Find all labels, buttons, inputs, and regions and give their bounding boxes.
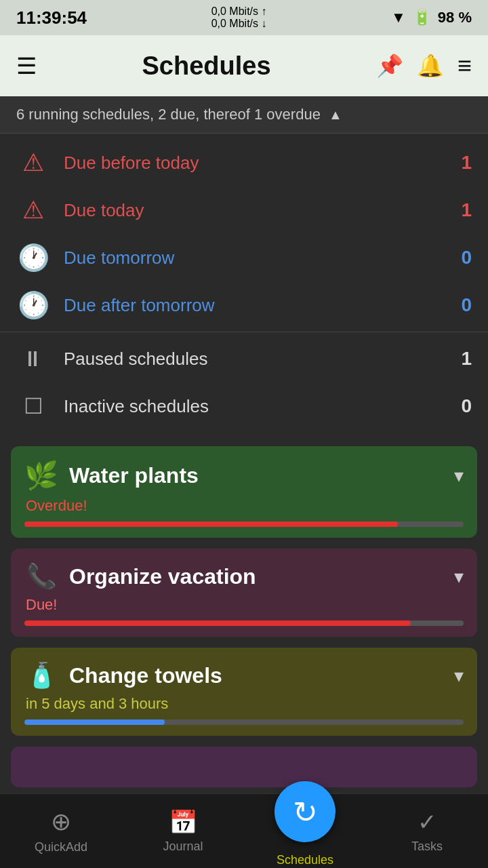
clock-icon-1: 🕐 [16,241,50,275]
battery-icon: 🔋 [413,9,431,26]
progress-fill-water-plants [24,521,398,527]
card-icon-water-plants: 🌿 [24,460,58,492]
progress-fill-organize-vacation [24,620,411,626]
divider-1 [0,332,488,332]
stat-label-inactive: Inactive schedules [64,396,431,417]
stat-label-paused: Paused schedules [64,349,431,370]
status-right: ▼ 🔋 98 % [391,9,472,26]
cards-section: 🌿 Water plants ▾ Overdue! 📞 Organize vac… [0,435,488,798]
app-bar: ☰ Schedules 📌 🔔 ≡ [0,35,488,96]
square-icon: ☐ [16,389,50,423]
sort-icon[interactable]: ≡ [458,52,472,80]
page-title: Schedules [50,52,363,81]
card-header-water-plants: 🌿 Water plants ▾ [24,460,464,492]
wifi-icon: ▼ [391,9,406,26]
card-water-plants[interactable]: 🌿 Water plants ▾ Overdue! [11,446,477,538]
nav-label-journal: Journal [163,840,203,854]
card-icon-organize-vacation: 📞 [24,562,58,591]
network-info: 0,0 Mbit/s ↑ 0,0 Mbit/s ↓ [211,5,267,30]
stat-label-due-before-today: Due before today [64,153,431,174]
nav-tasks[interactable]: ✓ Tasks [366,808,488,854]
stat-due-after-tomorrow[interactable]: 🕐 Due after tomorrow 0 [0,281,488,329]
chevron-down-icon-3: ▾ [454,665,464,687]
nav-journal[interactable]: 📅 Journal [122,808,244,854]
stat-count-due-before-today: 1 [445,152,472,174]
nav-label-tasks: Tasks [411,840,443,854]
warning-icon-1: ⚠ [16,146,50,180]
stat-label-due-after-tomorrow: Due after tomorrow [64,295,431,316]
pin-icon[interactable]: 📌 [376,53,403,79]
stat-count-due-after-tomorrow: 0 [445,294,472,316]
card-icon-change-towels: 🧴 [24,661,58,690]
stats-section: ⚠ Due before today 1 ⚠ Due today 1 🕐 Due… [0,134,488,435]
card-title-organize-vacation: Organize vacation [69,564,443,589]
stat-due-today[interactable]: ⚠ Due today 1 [0,186,488,234]
fab-schedules[interactable]: ↻ [274,781,336,842]
menu-icon[interactable]: ☰ [16,52,37,79]
card-title-change-towels: Change towels [69,663,443,688]
progress-track-organize-vacation [24,620,464,626]
quick-add-icon: ⊕ [51,808,71,836]
chevron-down-icon-1: ▾ [454,465,464,487]
nav-label-schedules: Schedules [277,853,333,867]
stat-label-due-tomorrow: Due tomorrow [64,248,431,269]
journal-icon: 📅 [169,808,197,835]
card-status-water-plants: Overdue! [24,497,464,515]
clock-icon-2: 🕐 [16,288,50,322]
bottom-nav: ⊕ QuickAdd 📅 Journal ↻ Schedules ✓ Tasks [0,793,488,868]
progress-track-water-plants [24,521,464,527]
stat-due-tomorrow[interactable]: 🕐 Due tomorrow 0 [0,234,488,281]
bell-icon[interactable]: 🔔 [417,53,444,79]
stat-count-due-today: 1 [445,199,472,221]
stat-count-paused: 1 [445,348,472,370]
stat-paused-schedules[interactable]: ⏸ Paused schedules 1 [0,335,488,382]
chevron-down-icon-2: ▾ [454,566,464,588]
pause-icon: ⏸ [16,342,50,376]
card-change-towels[interactable]: 🧴 Change towels ▾ in 5 days and 3 hours [11,648,477,736]
card-status-organize-vacation: Due! [24,596,464,614]
nav-label-quick-add: QuickAdd [35,840,87,854]
summary-arrow: ▲ [329,107,342,123]
stat-inactive-schedules[interactable]: ☐ Inactive schedules 0 [0,382,488,430]
nav-schedules-fab[interactable]: ↻ Schedules [244,795,366,867]
card-header-change-towels: 🧴 Change towels ▾ [24,661,464,690]
card-partial-bottom[interactable] [11,747,477,787]
tasks-icon: ✓ [418,808,436,835]
stat-count-inactive: 0 [445,395,472,417]
summary-bar[interactable]: 6 running schedules, 2 due, thereof 1 ov… [0,96,488,134]
card-status-change-towels: in 5 days and 3 hours [24,695,464,713]
stat-label-due-today: Due today [64,200,431,221]
summary-text: 6 running schedules, 2 due, thereof 1 ov… [16,106,321,123]
battery-percent: 98 % [438,9,472,26]
progress-track-change-towels [24,719,464,725]
stat-due-before-today[interactable]: ⚠ Due before today 1 [0,139,488,186]
status-bar: 11:39:54 0,0 Mbit/s ↑ 0,0 Mbit/s ↓ ▼ 🔋 9… [0,0,488,35]
card-organize-vacation[interactable]: 📞 Organize vacation ▾ Due! [11,549,477,637]
card-title-water-plants: Water plants [69,463,443,488]
progress-fill-change-towels [24,719,165,725]
stat-count-due-tomorrow: 0 [445,247,472,269]
status-time: 11:39:54 [16,7,87,28]
fab-icon: ↻ [293,795,318,829]
card-header-organize-vacation: 📞 Organize vacation ▾ [24,562,464,591]
nav-quick-add[interactable]: ⊕ QuickAdd [0,808,122,854]
warning-icon-2: ⚠ [16,193,50,227]
